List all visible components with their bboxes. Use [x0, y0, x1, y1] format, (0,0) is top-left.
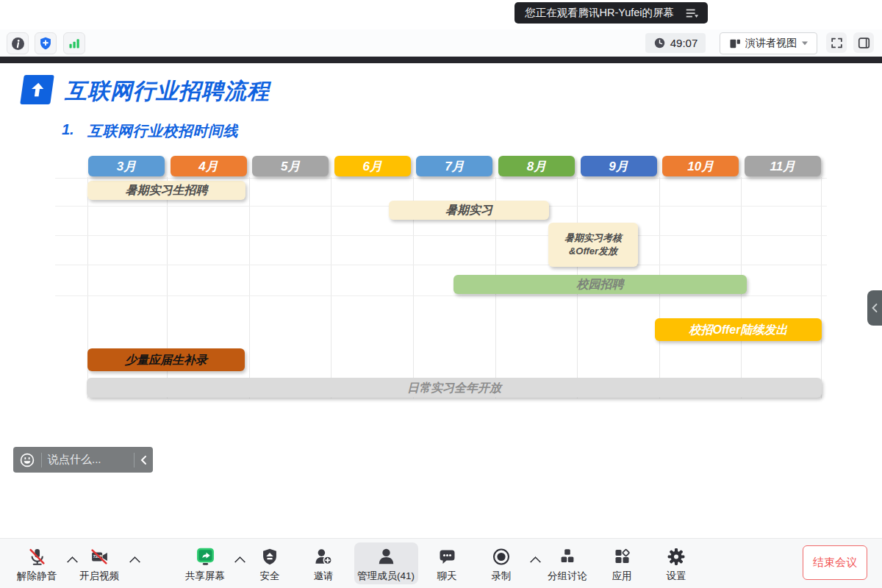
toolbar-item-manage-members[interactable]: 管理成员(41): [357, 546, 415, 583]
month-header-8: 8月: [498, 156, 575, 176]
toolbar-item-invite[interactable]: 邀请: [314, 546, 334, 583]
month-header-4: 4月: [171, 156, 247, 176]
campus-recruiting-timeline-chart: 3月4月5月6月7月8月9月10月11月暑期实习生招聘暑期实习暑期实习考核&Of…: [0, 0, 882, 588]
toolbar-item-label: 管理成员(41): [357, 570, 415, 583]
gridline-horizontal: [55, 265, 827, 265]
toolbar-item-label: 解除静音: [17, 570, 57, 583]
divider: [134, 453, 135, 467]
screen-share-banner: 您正在观看腾讯HR-Yufei的屏幕: [514, 2, 708, 24]
toolbar-item-security[interactable]: 安全: [260, 546, 280, 583]
gridline-vertical: [331, 177, 331, 398]
toolbar-item-unmute[interactable]: 解除静音: [17, 546, 57, 583]
toolbar-item-label: 共享屏幕: [185, 570, 225, 583]
gridline-horizontal: [55, 178, 827, 179]
chevron-up-icon[interactable]: [530, 556, 542, 568]
divider: [41, 453, 42, 467]
gantt-bar: 暑期实习考核&Offer发放: [548, 223, 638, 267]
toolbar-item-label: 开启视频: [79, 570, 119, 583]
chat-bubble-icon: [437, 546, 456, 567]
settings-gear-icon: [667, 546, 686, 567]
gridline-horizontal: [55, 235, 827, 236]
toolbar-item-label: 聊天: [437, 570, 457, 583]
toolbar-item-share-screen[interactable]: 共享屏幕: [185, 546, 225, 583]
gantt-bar: 校园招聘: [453, 275, 747, 294]
chevron-left-icon: [871, 303, 878, 313]
toolbar-item-label: 应用: [612, 570, 632, 583]
collapsed-panel-tab[interactable]: [867, 290, 882, 326]
toolbar-item-apps[interactable]: 应用: [612, 546, 632, 583]
toolbar-item-settings[interactable]: 设置: [667, 546, 686, 583]
gantt-bar: 暑期实习: [389, 201, 549, 220]
collapse-chat-icon[interactable]: [140, 455, 147, 465]
gridline-vertical: [249, 177, 250, 398]
toolbar-item-breakout-rooms[interactable]: 分组讨论: [548, 546, 587, 583]
month-header-3: 3月: [88, 156, 165, 176]
toolbar-item-label: 邀请: [314, 570, 334, 583]
breakout-rooms-icon: [558, 546, 577, 567]
meeting-bottom-toolbar: 解除静音720P开启视频共享屏幕安全邀请管理成员(41)聊天录制分组讨论应用设置…: [0, 538, 882, 588]
gantt-bar: 少量应届生补录: [87, 348, 245, 371]
toolbar-item-label: 设置: [667, 570, 686, 583]
gridline-vertical: [821, 177, 822, 398]
toolbar-item-label: 分组讨论: [548, 570, 587, 583]
screen-share-banner-text: 您正在观看腾讯HR-Yufei的屏幕: [525, 6, 674, 20]
members-icon: [376, 546, 395, 567]
chevron-up-icon[interactable]: [67, 556, 79, 568]
end-meeting-button[interactable]: 结束会议: [803, 545, 867, 580]
month-header-9: 9月: [581, 156, 657, 176]
chevron-up-icon[interactable]: [234, 556, 246, 568]
month-header-5: 5月: [252, 156, 329, 176]
gantt-bar: 暑期实习生招聘: [87, 181, 245, 200]
toolbar-item-label: 录制: [492, 570, 512, 583]
month-header-6: 6月: [334, 156, 411, 176]
toolbar-item-chat[interactable]: 聊天: [437, 546, 457, 583]
gridline-horizontal: [55, 295, 827, 296]
apps-icon: [612, 546, 631, 567]
gantt-bar: 日常实习全年开放: [87, 378, 822, 398]
chevron-up-icon[interactable]: [129, 556, 141, 568]
chat-quick-box[interactable]: 说点什么...: [13, 447, 153, 473]
camera-off-icon: 720P: [90, 546, 110, 567]
month-header-11: 11月: [745, 156, 821, 176]
chat-input-placeholder[interactable]: 说点什么...: [48, 453, 128, 467]
toolbar-item-label: 安全: [260, 570, 280, 583]
mic-muted-icon: [27, 546, 47, 567]
share-screen-icon: [196, 546, 215, 567]
toolbar-item-start-video[interactable]: 720P开启视频: [79, 546, 119, 583]
month-header-10: 10月: [662, 156, 739, 176]
security-shield-icon: [261, 546, 279, 567]
smiley-icon[interactable]: [19, 452, 35, 468]
invite-person-icon: [314, 546, 334, 567]
record-icon: [492, 546, 512, 567]
toolbar-item-record[interactable]: 录制: [492, 546, 512, 583]
gantt-bar: 校招Offer陆续发出: [655, 318, 822, 341]
banner-menu-icon[interactable]: [684, 6, 699, 21]
month-header-7: 7月: [416, 156, 492, 176]
